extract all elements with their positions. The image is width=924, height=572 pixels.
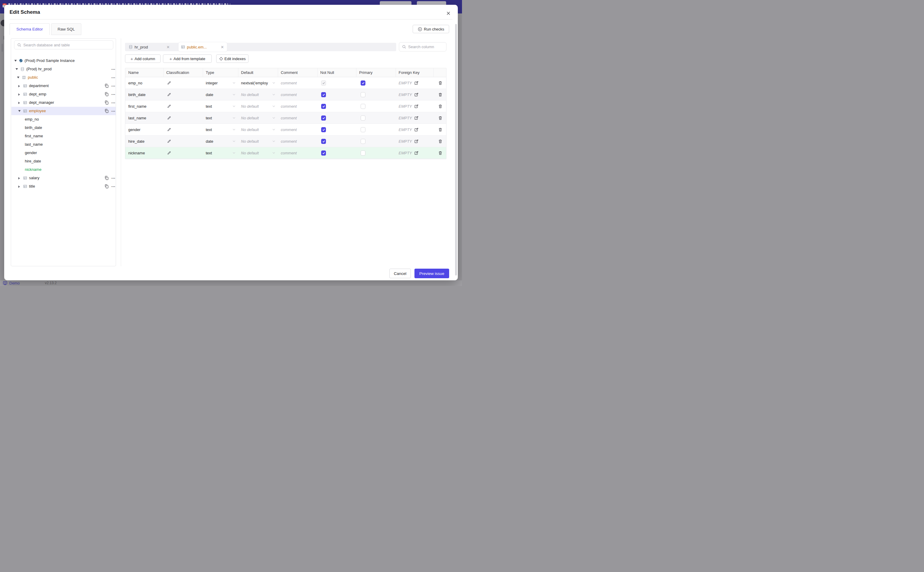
edit-foreign-key-icon[interactable]: [414, 127, 419, 132]
not-null-checkbox[interactable]: [321, 104, 326, 109]
copy-icon[interactable]: [104, 176, 109, 180]
delete-column-icon[interactable]: [438, 151, 443, 155]
edit-foreign-key-icon[interactable]: [414, 116, 419, 120]
add-column-button[interactable]: + Add column: [125, 54, 161, 63]
copy-icon[interactable]: [104, 92, 109, 96]
tree-item-instance[interactable]: (Prod) Prod Sample Instance: [11, 56, 116, 65]
edit-foreign-key-icon[interactable]: [414, 139, 419, 144]
chevron-down-icon[interactable]: [273, 94, 275, 95]
cancel-button[interactable]: Cancel: [389, 269, 411, 278]
comment-input[interactable]: comment: [281, 89, 297, 101]
chevron-down-icon[interactable]: [233, 82, 235, 84]
delete-column-icon[interactable]: [438, 116, 443, 120]
tree-item-table-dept-emp[interactable]: dept_emp ⋯: [11, 90, 116, 98]
classification-pencil-icon[interactable]: [167, 81, 171, 85]
default-select[interactable]: nextval('employ: [241, 77, 268, 89]
column-name[interactable]: nickname: [128, 147, 145, 159]
column-search-input[interactable]: [408, 42, 445, 51]
chevron-down-icon[interactable]: [233, 129, 235, 131]
tree-item-column-gender[interactable]: gender: [11, 149, 116, 157]
column-name[interactable]: first_name: [128, 101, 147, 112]
primary-checkbox[interactable]: [361, 151, 366, 155]
delete-column-icon[interactable]: [438, 92, 443, 97]
caret-right-icon[interactable]: [18, 177, 20, 179]
chevron-down-icon[interactable]: [233, 94, 235, 95]
tree-item-table-title[interactable]: title ⋯: [11, 182, 116, 191]
type-select[interactable]: integer: [206, 77, 218, 89]
comment-input[interactable]: comment: [281, 147, 297, 159]
caret-down-icon[interactable]: [18, 110, 21, 112]
close-chip-icon[interactable]: ✕: [166, 45, 171, 49]
tab-chip-hr-prod[interactable]: hr_prod ✕: [129, 43, 171, 51]
delete-column-icon[interactable]: [438, 81, 443, 85]
copy-icon[interactable]: [104, 184, 109, 188]
preview-issue-button[interactable]: Preview issue: [414, 269, 449, 278]
not-null-checkbox[interactable]: [321, 151, 326, 155]
comment-input[interactable]: comment: [281, 112, 297, 124]
classification-pencil-icon[interactable]: [167, 127, 171, 132]
primary-checkbox[interactable]: [361, 127, 366, 132]
type-select[interactable]: date: [206, 89, 213, 101]
column-name[interactable]: last_name: [128, 112, 146, 124]
not-null-checkbox[interactable]: [321, 92, 326, 97]
chevron-down-icon[interactable]: [273, 105, 275, 107]
tab-raw-sql[interactable]: Raw SQL: [51, 23, 81, 35]
comment-input[interactable]: comment: [281, 135, 297, 147]
chevron-down-icon[interactable]: [273, 140, 275, 142]
default-select[interactable]: No default: [241, 124, 259, 135]
more-menu-icon[interactable]: ⋯: [111, 65, 116, 73]
tree-item-table-dept-manager[interactable]: dept_manager ⋯: [11, 98, 116, 107]
caret-down-icon[interactable]: [16, 68, 18, 70]
add-from-template-button[interactable]: + Add from template: [163, 54, 212, 63]
default-select[interactable]: No default: [241, 147, 259, 159]
chevron-down-icon[interactable]: [273, 129, 275, 131]
tree-item-column-last-name[interactable]: last_name: [11, 140, 116, 149]
dialog-scrollbar[interactable]: [455, 24, 457, 275]
primary-checkbox[interactable]: [361, 81, 366, 85]
caret-down-icon[interactable]: [17, 76, 19, 78]
tree-item-column-first-name[interactable]: first_name: [11, 132, 116, 140]
edit-foreign-key-icon[interactable]: [414, 104, 419, 109]
run-checks-button[interactable]: Run checks: [412, 25, 449, 33]
tree-item-column-nickname[interactable]: nickname: [11, 165, 116, 174]
column-name[interactable]: birth_date: [128, 89, 146, 101]
classification-pencil-icon[interactable]: [167, 92, 171, 97]
tab-chip-public-employee[interactable]: public.em... ✕: [178, 42, 227, 52]
chevron-down-icon[interactable]: [233, 152, 235, 154]
chevron-down-icon[interactable]: [273, 82, 275, 84]
comment-input[interactable]: comment: [281, 77, 297, 89]
caret-right-icon[interactable]: [18, 93, 20, 96]
type-select[interactable]: date: [206, 135, 213, 147]
primary-checkbox[interactable]: [361, 104, 366, 109]
primary-checkbox[interactable]: [361, 139, 366, 144]
chevron-down-icon[interactable]: [273, 117, 275, 119]
type-select[interactable]: text: [206, 124, 212, 135]
type-select[interactable]: text: [206, 112, 212, 124]
caret-right-icon[interactable]: [18, 102, 20, 104]
default-select[interactable]: No default: [241, 101, 259, 112]
tree-item-table-department[interactable]: department ⋯: [11, 82, 116, 90]
primary-checkbox[interactable]: [361, 92, 366, 97]
column-name[interactable]: hire_date: [128, 135, 144, 147]
not-null-checkbox[interactable]: [321, 115, 326, 121]
column-name[interactable]: emp_no: [128, 77, 142, 89]
comment-input[interactable]: comment: [281, 101, 297, 112]
type-select[interactable]: text: [206, 147, 212, 159]
tree-item-database-hr-prod[interactable]: (Prod) hr_prod ⋯: [11, 65, 116, 73]
edit-foreign-key-icon[interactable]: [414, 81, 419, 85]
copy-icon[interactable]: [104, 109, 109, 113]
comment-input[interactable]: comment: [281, 124, 297, 135]
tree-item-schema-public[interactable]: public ⋯: [11, 73, 116, 82]
type-select[interactable]: text: [206, 101, 212, 112]
copy-icon[interactable]: [104, 100, 109, 105]
close-icon[interactable]: [445, 10, 451, 16]
not-null-checkbox[interactable]: [321, 127, 326, 132]
classification-pencil-icon[interactable]: [167, 139, 171, 144]
caret-right-icon[interactable]: [18, 185, 20, 188]
classification-pencil-icon[interactable]: [167, 151, 171, 155]
not-null-checkbox[interactable]: [321, 139, 326, 144]
delete-column-icon[interactable]: [438, 139, 443, 144]
classification-pencil-icon[interactable]: [167, 104, 171, 109]
more-menu-icon[interactable]: ⋯: [111, 82, 116, 90]
default-select[interactable]: No default: [241, 135, 259, 147]
